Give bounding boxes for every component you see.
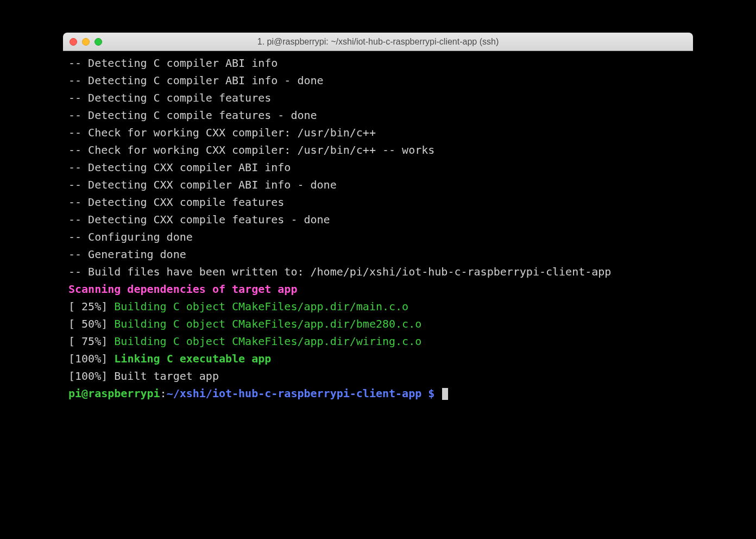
output-line: -- Detecting CXX compile features [68,193,688,211]
output-line: -- Detecting C compile features - done [68,106,688,124]
build-percent: [100%] [68,352,114,365]
terminal-window: 1. pi@raspberrypi: ~/xshi/iot-hub-c-rasp… [63,33,693,464]
build-percent: [ 75%] [68,335,114,348]
zoom-icon[interactable] [94,38,102,46]
close-icon[interactable] [70,38,77,46]
build-percent: [ 25%] [68,300,114,313]
prompt-user: pi@raspberrypi [68,387,160,400]
output-line: -- Detecting CXX compiler ABI info [68,159,688,176]
output-line: -- Check for working CXX compiler: /usr/… [68,141,688,159]
output-line-build: [ 25%] Building C object CMakeFiles/app.… [68,298,688,315]
output-line: -- Build files have been written to: /ho… [68,263,688,280]
output-line-build: [ 75%] Building C object CMakeFiles/app.… [68,333,688,350]
link-text: Linking C executable app [114,352,271,365]
output-line-scan: Scanning dependencies of target app [68,280,688,298]
build-text: Building C object CMakeFiles/app.dir/wir… [114,335,421,348]
output-line: -- Detecting C compiler ABI info [68,54,688,72]
output-line-link: [100%] Linking C executable app [68,350,688,367]
window-title: 1. pi@raspberrypi: ~/xshi/iot-hub-c-rasp… [63,37,693,47]
output-line: -- Generating done [68,246,688,263]
build-text: Building C object CMakeFiles/app.dir/mai… [114,300,408,313]
prompt-path: ~/xshi/iot-hub-c-raspberrypi-client-app … [167,387,435,400]
prompt-line[interactable]: pi@raspberrypi:~/xshi/iot-hub-c-raspberr… [68,385,688,402]
build-percent: [ 50%] [68,317,114,330]
minimize-icon[interactable] [82,38,90,46]
output-line-build: [ 50%] Building C object CMakeFiles/app.… [68,315,688,333]
output-line: -- Detecting CXX compile features - done [68,211,688,228]
titlebar[interactable]: 1. pi@raspberrypi: ~/xshi/iot-hub-c-rasp… [63,33,693,51]
prompt-colon: : [160,387,167,400]
output-line: -- Detecting C compile features [68,89,688,106]
output-line: -- Check for working CXX compiler: /usr/… [68,124,688,141]
traffic-lights [70,38,102,46]
output-line: -- Detecting CXX compiler ABI info - don… [68,176,688,193]
output-line: -- Configuring done [68,228,688,246]
cursor-icon [442,388,448,400]
prompt-space [434,387,441,400]
output-line: -- Detecting C compiler ABI info - done [68,72,688,89]
terminal-body[interactable]: -- Detecting C compiler ABI info -- Dete… [63,51,693,464]
build-text: Building C object CMakeFiles/app.dir/bme… [114,317,421,330]
output-line-built: [100%] Built target app [68,367,688,385]
